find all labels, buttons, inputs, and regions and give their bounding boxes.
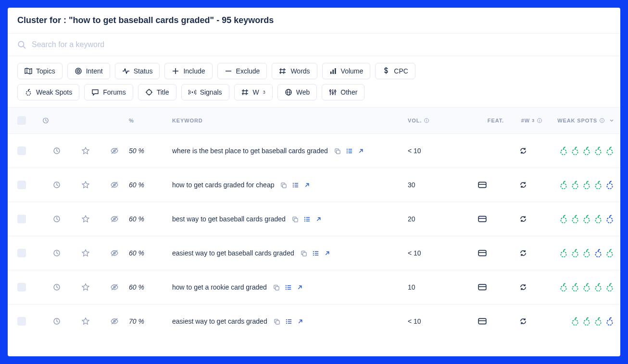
row-pct: 70 %	[129, 317, 172, 325]
keyword-text: easiest way to get baseball cards graded	[172, 249, 294, 257]
keyword-actions	[334, 147, 364, 155]
row-w3[interactable]	[504, 283, 542, 291]
row-hide[interactable]	[100, 181, 129, 189]
list-button[interactable]	[312, 250, 319, 257]
filter-w[interactable]: W3	[234, 84, 273, 100]
row-select-cell	[13, 181, 42, 189]
row-checkbox[interactable]	[17, 317, 26, 326]
refresh-icon	[519, 147, 527, 155]
row-volume: 20	[408, 215, 461, 223]
row-clock[interactable]	[42, 215, 71, 223]
filter-title[interactable]: Title	[138, 84, 176, 100]
row-keyword-cell: how to get a rookie card graded	[172, 283, 408, 291]
page-title: Cluster for : "how to get baseball cards…	[17, 15, 611, 25]
row-star[interactable]	[71, 283, 100, 291]
list-button[interactable]	[303, 216, 311, 223]
row-feat	[461, 215, 504, 223]
filter-label: Words	[290, 67, 310, 75]
open-button[interactable]	[315, 216, 322, 222]
open-button[interactable]	[297, 318, 303, 325]
filter-cpc[interactable]: CPC	[375, 63, 415, 79]
filter-signals[interactable]: Signals	[181, 84, 229, 100]
row-checkbox[interactable]	[17, 249, 26, 257]
weak-spot-icon	[559, 214, 568, 224]
th-keyword[interactable]: KEYWORD	[172, 118, 408, 123]
row-star[interactable]	[71, 317, 100, 325]
row-hide[interactable]	[100, 317, 129, 325]
list-button[interactable]	[346, 147, 353, 155]
card-icon	[478, 215, 487, 223]
copy-button[interactable]	[273, 318, 280, 325]
copy-button[interactable]	[291, 216, 299, 223]
row-star[interactable]	[71, 181, 100, 189]
list-button[interactable]	[285, 318, 292, 325]
filter-intent[interactable]: Intent	[67, 63, 110, 79]
th-clock[interactable]	[42, 117, 71, 124]
card-icon	[478, 317, 487, 326]
row-hide[interactable]	[100, 147, 129, 155]
search-bar	[8, 34, 620, 56]
th-weak[interactable]: WEAK SPOTS	[542, 118, 615, 123]
row-checkbox[interactable]	[17, 146, 26, 155]
row-pct: 50 %	[129, 147, 172, 155]
filter-status[interactable]: Status	[115, 63, 160, 79]
signal-icon	[188, 88, 196, 96]
open-button[interactable]	[297, 284, 303, 291]
row-clock[interactable]	[42, 283, 71, 291]
row-w3[interactable]	[504, 215, 542, 223]
weak-spot-icon	[559, 180, 568, 190]
row-volume: 10	[408, 283, 461, 291]
th-pct[interactable]: %	[129, 118, 172, 123]
clock-icon	[53, 215, 61, 223]
external-link-icon	[315, 216, 322, 222]
row-pct: 60 %	[129, 249, 172, 257]
filter-include[interactable]: Include	[164, 63, 212, 79]
copy-button[interactable]	[280, 182, 287, 189]
circle-focus-icon	[145, 88, 153, 96]
row-checkbox[interactable]	[17, 215, 26, 223]
star-icon	[82, 317, 89, 325]
open-button[interactable]	[324, 250, 330, 256]
list-button[interactable]	[285, 284, 292, 291]
row-clock[interactable]	[42, 147, 71, 155]
row-w3[interactable]	[504, 249, 542, 257]
copy-button[interactable]	[334, 147, 341, 155]
filter-volume[interactable]: Volume	[322, 63, 371, 79]
filter-other[interactable]: Other	[322, 84, 364, 100]
row-hide[interactable]	[100, 249, 129, 257]
info-icon	[599, 118, 605, 123]
row-volume: < 10	[408, 317, 461, 325]
row-hide[interactable]	[100, 283, 129, 291]
filter-forums[interactable]: Forums	[84, 84, 133, 100]
row-star[interactable]	[71, 249, 100, 257]
list-button[interactable]	[292, 182, 299, 189]
filter-topics[interactable]: Topics	[17, 63, 63, 79]
filter-weak-spots[interactable]: Weak Spots	[17, 84, 79, 100]
weak-spot-icon	[593, 146, 603, 156]
row-clock[interactable]	[42, 181, 71, 189]
row-clock[interactable]	[42, 317, 71, 325]
open-button[interactable]	[304, 182, 310, 188]
open-button[interactable]	[358, 148, 364, 154]
filter-words[interactable]: Words	[272, 63, 317, 79]
copy-button[interactable]	[300, 250, 307, 257]
row-hide[interactable]	[100, 215, 129, 223]
th-w3[interactable]: #W3	[504, 118, 542, 123]
th-feat[interactable]: FEAT.	[461, 118, 504, 123]
row-clock[interactable]	[42, 249, 71, 257]
row-w3[interactable]	[504, 147, 542, 155]
search-input[interactable]	[32, 40, 611, 49]
select-all-checkbox[interactable]	[17, 116, 26, 125]
filter-exclude[interactable]: Exclude	[217, 63, 267, 79]
row-star[interactable]	[71, 215, 100, 223]
row-w3[interactable]	[504, 317, 542, 325]
row-star[interactable]	[71, 147, 100, 155]
keyword-text: best way to get baseball cards graded	[172, 215, 286, 223]
th-vol[interactable]: VOL.	[408, 118, 461, 123]
copy-button[interactable]	[273, 284, 280, 291]
row-select-cell	[13, 283, 42, 291]
row-checkbox[interactable]	[17, 283, 26, 291]
filter-web[interactable]: Web	[277, 84, 317, 100]
row-w3[interactable]	[504, 181, 542, 189]
row-checkbox[interactable]	[17, 181, 26, 189]
